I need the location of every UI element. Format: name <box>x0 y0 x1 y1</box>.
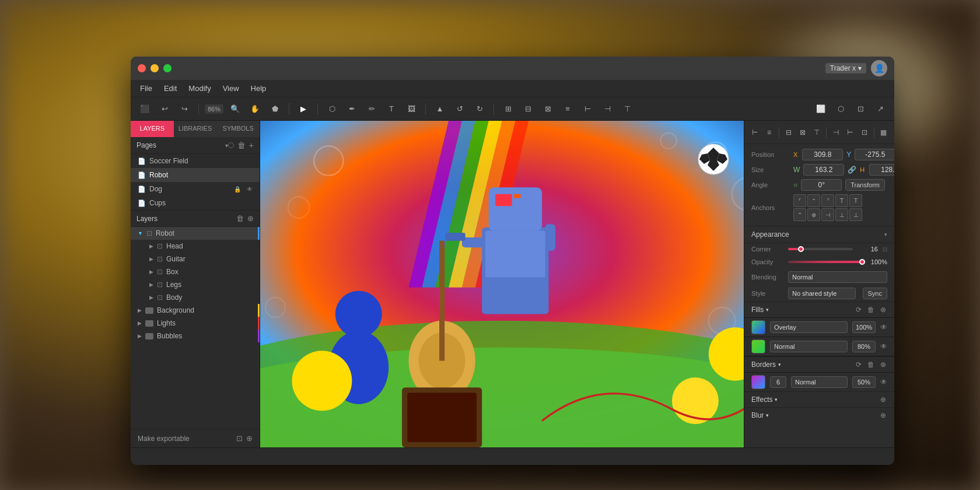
rotate-right-btn[interactable]: ↻ <box>471 101 488 117</box>
align6-btn[interactable]: ⊤ <box>619 101 635 117</box>
w-input[interactable] <box>803 164 844 176</box>
pages-delete[interactable]: 🗑 <box>237 141 246 150</box>
anchor-tr[interactable]: ⌝ <box>821 194 834 207</box>
anchor-rm[interactable]: ⊥ <box>849 208 862 221</box>
borders-delete[interactable]: 🗑 <box>866 360 876 369</box>
menu-edit[interactable]: Edit <box>164 84 177 93</box>
save-btn[interactable]: ⬛ <box>136 101 153 117</box>
fill-opacity-1[interactable] <box>852 321 876 333</box>
borders-add[interactable]: ⊕ <box>879 360 887 369</box>
rotate-left-btn[interactable]: ↺ <box>452 101 468 117</box>
fill-swatch-2[interactable] <box>751 340 765 354</box>
page-cups[interactable]: 📄 Cups <box>131 196 260 210</box>
rt-group-right[interactable]: ⊢ <box>844 125 856 140</box>
select-btn[interactable]: ▶ <box>295 101 312 117</box>
layers-delete[interactable]: 🗑 <box>236 214 244 223</box>
menu-file[interactable]: File <box>140 84 152 93</box>
page-dog[interactable]: 📄 Dog 🔒 👁 <box>131 182 260 196</box>
rt-align-center[interactable]: ≡ <box>763 125 775 140</box>
align5-btn[interactable]: ⊣ <box>599 101 615 117</box>
corner-track[interactable] <box>788 248 853 250</box>
tab-layers[interactable]: LAYERS <box>131 121 174 137</box>
h-input[interactable] <box>869 164 894 176</box>
anchor-lm[interactable]: ⊥ <box>835 208 848 221</box>
opacity-track[interactable] <box>788 261 862 263</box>
anchor-tb[interactable]: T <box>849 194 862 207</box>
zoom-btn[interactable]: 🔍 <box>227 101 243 117</box>
rt-group-center[interactable]: ⊡ <box>859 125 870 140</box>
rect-btn[interactable]: ⬡ <box>324 101 340 117</box>
align2-btn[interactable]: ⊠ <box>540 101 556 117</box>
transform-btn[interactable]: Transform <box>845 179 885 191</box>
angle-input[interactable] <box>801 179 842 191</box>
rt-distribute-h[interactable]: ⊟ <box>782 125 794 140</box>
layer-legs[interactable]: ▶ ⊡ Legs <box>131 278 260 291</box>
anchor-mc[interactable]: ⊕ <box>807 208 820 221</box>
lock-ratio-icon[interactable]: 🔗 <box>848 166 856 174</box>
anchor-tl[interactable]: ⌜ <box>793 194 806 207</box>
minimize-button[interactable] <box>150 64 159 72</box>
mirror-btn[interactable]: ⊡ <box>852 101 869 117</box>
layer-background[interactable]: ▶ Background <box>131 304 260 317</box>
anchor-ml[interactable]: ⌃ <box>793 208 806 221</box>
type-btn[interactable]: T <box>383 101 400 117</box>
rt-group-left[interactable]: ⊣ <box>830 125 842 140</box>
grid-btn[interactable]: ⊞ <box>500 101 516 117</box>
align4-btn[interactable]: ⊢ <box>579 101 596 117</box>
fill-blend-1[interactable]: Overlay Normal Multiply <box>770 321 848 333</box>
page-robot[interactable]: 📄 Robot <box>131 168 260 182</box>
canvas-area[interactable] <box>260 121 744 447</box>
border-blend[interactable]: Normal Overlay <box>791 376 848 388</box>
layer-head[interactable]: ▶ ⊡ Head <box>131 240 260 253</box>
corner-edit-icon[interactable]: ⊡ <box>883 246 887 253</box>
artboard-btn[interactable]: ⬜ <box>813 101 829 117</box>
export-add-btn[interactable]: ⊕ <box>246 434 253 443</box>
border-width[interactable] <box>770 376 786 388</box>
maximize-button[interactable] <box>163 64 172 72</box>
shape-btn[interactable]: ⬟ <box>267 101 283 117</box>
rt-align-top[interactable]: ⊤ <box>811 125 822 140</box>
layer-body[interactable]: ▶ ⊡ Body <box>131 291 260 304</box>
fill-blend-2[interactable]: Normal Overlay Multiply <box>770 341 848 352</box>
pen-btn[interactable]: ✒ <box>344 101 360 117</box>
layers-add[interactable]: ⊕ <box>247 214 254 223</box>
fills-add[interactable]: ⊕ <box>879 306 887 314</box>
fill-eye-1[interactable]: 👁 <box>880 323 887 331</box>
undo-btn[interactable]: ↩ <box>156 101 173 117</box>
image-btn[interactable]: 🖼 <box>403 101 419 117</box>
rt-chart[interactable]: ▦ <box>878 125 890 140</box>
border-eye[interactable]: 👁 <box>880 378 887 386</box>
border-swatch-1[interactable] <box>751 375 765 389</box>
export-slice-btn[interactable]: ⊡ <box>236 434 243 443</box>
inspect-btn[interactable]: ↗ <box>872 101 888 117</box>
pencil-btn[interactable]: ✏ <box>363 101 380 117</box>
export-btn[interactable]: ⬡ <box>832 101 849 117</box>
hand-btn[interactable]: ✋ <box>247 101 263 117</box>
x-input[interactable] <box>802 149 843 160</box>
align-btn[interactable]: ⊟ <box>520 101 536 117</box>
page-soccer-field[interactable]: 📄 Soccer Field <box>131 154 260 168</box>
close-button[interactable] <box>138 64 146 72</box>
tab-symbols[interactable]: SYMBOLS <box>216 121 260 137</box>
fill-eye-2[interactable]: 👁 <box>880 342 887 351</box>
menu-modify[interactable]: Modify <box>188 84 211 93</box>
border-opacity[interactable] <box>852 376 876 388</box>
tab-libraries[interactable]: LIBRARIES <box>174 121 217 137</box>
layer-box[interactable]: ▶ ⊡ Box <box>131 265 260 278</box>
fill-opacity-2[interactable] <box>852 341 876 352</box>
y-input[interactable] <box>855 149 894 160</box>
style-select[interactable]: No shared style <box>788 288 856 299</box>
align3-btn[interactable]: ≡ <box>559 101 576 117</box>
anchor-tc[interactable]: ⌃ <box>807 194 820 207</box>
sync-btn[interactable]: Sync <box>863 288 887 299</box>
blur-add[interactable]: ⊕ <box>879 411 887 419</box>
redo-btn[interactable]: ↪ <box>176 101 192 117</box>
anchor-mr[interactable]: ⊣ <box>821 208 834 221</box>
blending-select[interactable]: Normal Multiply Screen Overlay <box>788 271 887 283</box>
fill-swatch-1[interactable] <box>751 320 765 334</box>
pages-add[interactable]: + <box>249 141 254 150</box>
user-badge[interactable]: Trader x ▾ <box>825 63 866 74</box>
fills-delete[interactable]: 🗑 <box>866 306 876 314</box>
fills-sync[interactable]: ⟳ <box>855 306 863 314</box>
corner-thumb[interactable] <box>798 246 804 252</box>
